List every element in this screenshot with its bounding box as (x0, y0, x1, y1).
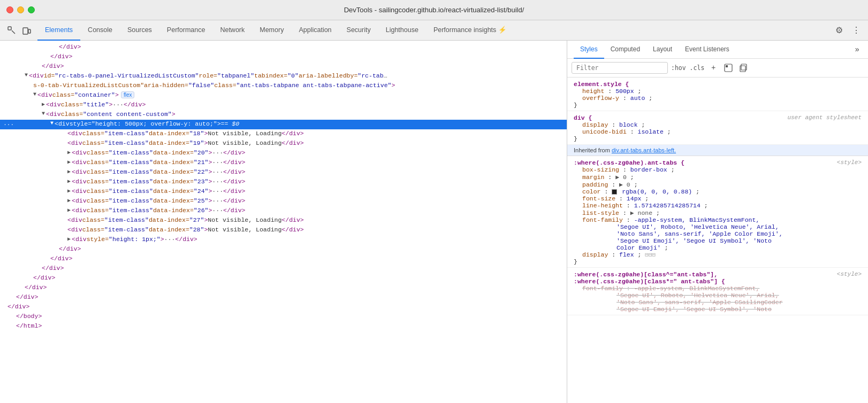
dom-line: ▼ <div class="container" > flex (0, 91, 567, 100)
dom-line: </body> (0, 312, 567, 322)
flex-badge: flex (121, 91, 135, 98)
filter-bar: :hov .cls + (567, 59, 868, 78)
dom-line: <div class="item-class" data-index="19" … (0, 139, 567, 149)
more-tabs-icon[interactable]: » (853, 45, 862, 54)
tab-console[interactable]: Console (80, 20, 120, 41)
dom-line: ▶ <div class="item-class" data-index="22… (0, 168, 567, 177)
dom-line-selected[interactable]: ... ▼ <div style="height: 500px; overflo… (0, 120, 567, 129)
dom-line: <div class="item-class" data-index="28" … (0, 226, 567, 235)
dom-line: </html> (0, 322, 567, 331)
inherited-from-label: Inherited from div.ant-tabs.ant-tabs-lef… (567, 145, 868, 156)
dom-line: </div> (0, 283, 567, 293)
dom-line: ▶ <div class="item-class" data-index="20… (0, 149, 567, 158)
styles-sub-tabs: Styles Computed Layout Event Listeners » (567, 41, 868, 59)
tab-computed[interactable]: Computed (604, 41, 646, 59)
svg-rect-1 (23, 28, 28, 34)
tabs-right-actions: ⚙ ⋮ (832, 23, 864, 38)
dom-line: </div> (0, 303, 567, 312)
tabs-bar: Elements Console Sources Performance Net… (0, 20, 868, 41)
dom-line: </div> (0, 52, 567, 62)
styles-panel: Styles Computed Layout Event Listeners »… (567, 41, 868, 403)
main-content: </div> </div> </div> ▼ <div id="rc-tabs-… (0, 41, 868, 403)
css-rule-div-user-agent: div { user agent stylesheet display : bl… (567, 111, 868, 145)
copy-element-icon[interactable] (737, 62, 749, 74)
dom-line: <div class="item-class" data-index="18" … (0, 129, 567, 139)
dom-line: <div class="item-class" data-index="27" … (0, 216, 567, 226)
dom-line: ▶ <div class="item-class" data-index="24… (0, 187, 567, 197)
tab-event-listeners[interactable]: Event Listeners (679, 41, 736, 59)
settings-icon[interactable]: ⚙ (832, 23, 847, 38)
pseudo-filter[interactable]: :hov .cls (671, 64, 704, 72)
dom-line: ▶ <div style="height: 1px;" > ··· </div> (0, 235, 567, 245)
minimize-button[interactable] (17, 6, 24, 13)
css-rule-where-ant-tabs: :where(.css-zg0ahe).ant-tabs { <style> b… (567, 156, 868, 268)
svg-rect-2 (28, 29, 31, 33)
filter-input[interactable] (572, 62, 668, 74)
maximize-button[interactable] (28, 6, 35, 13)
css-rule-element-style: element.style { height : 500px ; overflo… (567, 78, 868, 111)
window-title: DevTools - sailingcoder.github.io/react-… (344, 6, 524, 14)
dom-line: </div> (0, 264, 567, 274)
dom-line: </div> (0, 293, 567, 303)
close-button[interactable] (6, 6, 13, 13)
dom-line: ▶ <div class="item-class" data-index="25… (0, 197, 567, 206)
tab-network[interactable]: Network (212, 20, 252, 41)
add-rule-icon[interactable]: + (707, 62, 719, 74)
dom-line: ▶ <div class="item-class" data-index="26… (0, 206, 567, 216)
tab-application[interactable]: Application (291, 20, 339, 41)
traffic-lights (6, 6, 35, 13)
device-toolbar-icon[interactable] (19, 23, 34, 38)
dom-line: </div> (0, 254, 567, 264)
css-rule-where-ant-tabs-2: :where(.css-zg0ahe)[class^="ant-tabs"], … (567, 268, 868, 315)
tab-memory[interactable]: Memory (252, 20, 291, 41)
dom-line: ▼ <div id="rc-tabs-0-panel-VirtualizedLi… (0, 72, 567, 81)
dom-line: s-0-tab-VirtualizedListCustom" aria-hidd… (0, 81, 567, 91)
svg-rect-4 (726, 65, 728, 67)
dom-line: </div> (0, 274, 567, 283)
tab-performance[interactable]: Performance (159, 20, 213, 41)
tab-layout[interactable]: Layout (646, 41, 679, 59)
dom-line: </div> (0, 62, 567, 72)
toggle-element-state-icon[interactable] (722, 62, 734, 74)
tab-styles[interactable]: Styles (574, 41, 604, 59)
select-element-icon[interactable] (4, 23, 19, 38)
tab-lighthouse[interactable]: Lighthouse (378, 20, 426, 41)
dom-panel[interactable]: </div> </div> </div> ▼ <div id="rc-tabs-… (0, 41, 567, 403)
title-bar: DevTools - sailingcoder.github.io/react-… (0, 0, 868, 20)
tab-elements[interactable]: Elements (37, 20, 80, 41)
tab-security[interactable]: Security (339, 20, 378, 41)
svg-rect-0 (8, 27, 11, 30)
dom-line: </div> (0, 245, 567, 254)
more-options-icon[interactable]: ⋮ (849, 23, 864, 38)
dom-line: ▶ <div class="title" > ··· </div> (0, 100, 567, 110)
tab-sources[interactable]: Sources (120, 20, 159, 41)
tab-performance-insights[interactable]: Performance insights ⚡ (426, 20, 514, 41)
dom-line: ▶ <div class="item-class" data-index="21… (0, 158, 567, 168)
dom-line: ▼ <div class="content content-custom" > (0, 110, 567, 120)
dom-line: ▶ <div class="item-class" data-index="23… (0, 177, 567, 187)
dom-line: </div> (0, 43, 567, 52)
color-swatch[interactable] (612, 189, 617, 195)
